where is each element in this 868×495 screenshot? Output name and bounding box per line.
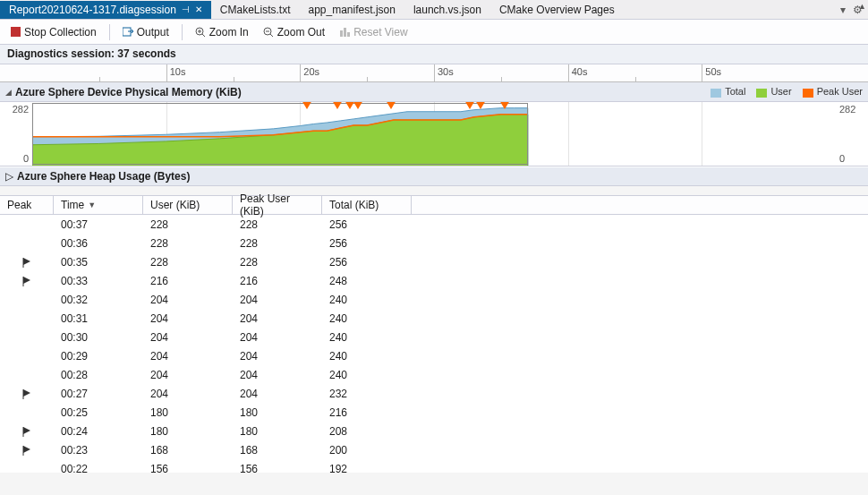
tab-cmake-overview[interactable]: CMake Overview Pages [490,1,624,19]
legend-swatch-peak [803,89,813,98]
section-title: Azure Sphere Heap Usage (Bytes) [17,170,190,183]
peak-flag-cell [0,276,54,286]
physical-memory-chart[interactable]: 282 0 282 0 [0,102,868,166]
svg-rect-10 [344,28,346,37]
button-label: Stop Collection [24,26,97,38]
user-cell: 180 [143,425,233,438]
column-header-user[interactable]: User (KiB) [143,196,233,214]
tab-label: CMake Overview Pages [499,4,615,16]
table-row[interactable]: 00:23168168200 [0,440,868,459]
snapshot-marker-icon[interactable] [353,102,363,109]
total-cell: 240 [322,294,412,306]
peak-user-cell: 204 [233,369,322,381]
peak-user-cell: 156 [233,463,322,474]
table-row[interactable]: 00:28204204240 [0,365,868,384]
peak-user-cell: 168 [233,444,322,457]
tab-app-manifest[interactable]: app_manifest.json [300,1,404,19]
time-cell: 00:31 [54,312,143,325]
chart-legend: Total User Peak User [711,86,863,97]
user-cell: 204 [143,294,233,306]
legend-label: User [770,86,791,97]
snapshot-marker-icon[interactable] [464,102,475,109]
snapshot-marker-icon[interactable] [332,102,343,109]
output-icon [123,27,133,37]
stop-icon [11,27,21,37]
time-cell: 00:24 [54,425,143,438]
table-row[interactable]: 00:36228228256 [0,234,868,252]
user-cell: 204 [143,331,233,344]
toolbar-separator [182,24,183,40]
snapshot-marker-icon[interactable] [386,102,396,109]
total-cell: 240 [322,369,412,381]
zoom-in-icon [195,27,206,38]
total-cell: 192 [322,463,412,474]
column-header-time[interactable]: Time ▼ [54,196,143,214]
svg-rect-0 [11,27,21,37]
timeline-ruler[interactable]: 10s20s30s40s50s [0,64,868,82]
section-header-heap-usage[interactable]: ▷ Azure Sphere Heap Usage (Bytes) [0,166,868,186]
stop-collection-button[interactable]: Stop Collection [5,24,102,40]
snapshot-marker-icon[interactable] [499,102,510,109]
flag-icon [21,388,32,399]
y-axis-left: 282 0 [0,102,32,166]
peak-user-cell: 204 [233,388,322,400]
snapshot-marker-icon[interactable] [475,102,486,109]
peak-flag-cell [0,426,54,437]
snapshot-marker-icon[interactable] [302,102,312,109]
tab-active-diagsession[interactable]: Report20210624-1317.diagsession ⊣ ✕ [0,1,211,19]
peak-user-cell: 204 [233,312,322,325]
table-row[interactable]: 00:22156156192 [0,459,868,473]
zoom-in-button[interactable]: Zoom In [190,24,254,40]
table-row[interactable]: 00:24180180208 [0,422,868,440]
table-row[interactable]: 00:32204204240 [0,290,868,309]
legend-swatch-total [711,89,721,98]
tab-label: app_manifest.json [309,4,396,16]
tab-cmakelists[interactable]: CMakeLists.txt [211,1,300,19]
table-row[interactable]: 00:29204204240 [0,346,868,365]
chart-plot-area[interactable] [32,102,836,166]
time-cell: 00:35 [54,256,143,269]
column-header-peak[interactable]: Peak [0,196,54,214]
table-header-row: Peak Time ▼ User (KiB) Peak User (KiB) T… [0,195,868,215]
table-row[interactable]: 00:33216216248 [0,271,868,290]
section-header-physical-memory[interactable]: ◢ Azure Sphere Device Physical Memory (K… [0,82,868,102]
peak-user-cell: 204 [233,350,322,363]
flag-icon [21,257,32,268]
peak-flag-cell [0,388,54,399]
peak-user-cell: 180 [233,406,322,419]
document-tabstrip: Report20210624-1317.diagsession ⊣ ✕ CMak… [0,0,868,20]
table-row[interactable]: 00:30204204240 [0,328,868,346]
column-header-peak-user[interactable]: Peak User (KiB) [233,196,322,214]
table-row[interactable]: 00:31204204240 [0,309,868,328]
table-row[interactable]: 00:37228228256 [0,215,868,234]
tab-launch-vs[interactable]: launch.vs.json [404,1,490,19]
peak-flag-cell [0,257,54,268]
tab-label: Report20210624-1317.diagsession [9,4,176,16]
total-cell: 240 [322,312,412,325]
user-cell: 216 [143,275,233,287]
peak-user-cell: 180 [233,425,322,438]
tab-label: CMakeLists.txt [220,4,291,16]
panel-gap [0,186,868,195]
user-cell: 204 [143,388,233,400]
column-header-total[interactable]: Total (KiB) [322,196,412,214]
time-cell: 00:22 [54,463,143,474]
table-row[interactable]: 00:35228228256 [0,252,868,271]
user-cell: 180 [143,406,233,419]
pin-icon[interactable]: ⊣ [182,4,190,14]
sort-descending-icon: ▼ [88,201,96,209]
flag-icon [21,276,32,286]
button-label: Zoom In [209,26,249,38]
y-max-label: 282 [13,104,29,115]
y-min-label: 0 [23,153,29,164]
time-cell: 00:36 [54,237,143,250]
tab-overflow-icon[interactable]: ▾ [840,4,846,16]
close-icon[interactable]: ✕ [195,4,202,14]
output-button[interactable]: Output [117,24,174,40]
table-row[interactable]: 00:27204204232 [0,384,868,403]
zoom-out-button[interactable]: Zoom Out [258,24,330,40]
button-label: Reset View [353,26,407,38]
time-cell: 00:30 [54,331,143,344]
table-body[interactable]: ▲ 00:3722822825600:3622822825600:3522822… [0,215,868,473]
table-row[interactable]: 00:25180180216 [0,403,868,422]
